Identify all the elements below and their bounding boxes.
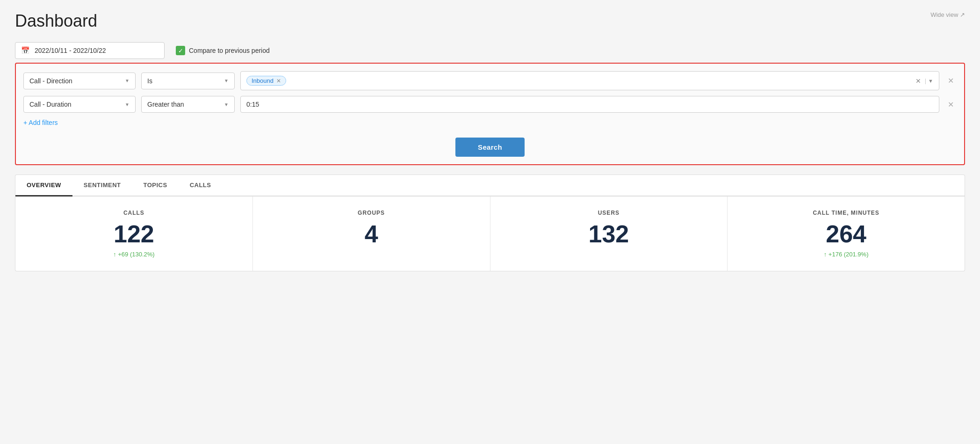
filter-value-2-text: 0:15 [246,101,259,108]
compare-check-icon: ✓ [176,46,185,55]
add-filters-link[interactable]: + Add filters [23,119,58,126]
search-button[interactable]: Search [455,138,525,157]
tab-topics[interactable]: TOPICS [132,175,178,197]
stat-calltime-change: ↑ +176 (201.9%) [739,251,953,258]
stat-calltime-value: 264 [739,222,953,246]
page-header: Dashboard Wide view ↗ [15,11,965,31]
filter-type-1-text: Call - Direction [29,77,122,85]
stat-groups-label: GROUPS [264,210,479,216]
date-range-value: 2022/10/11 - 2022/10/22 [35,47,106,54]
filter-value-col-2: 0:15 [240,96,939,113]
inbound-tag-close[interactable]: ✕ [276,78,281,84]
search-button-row: Search [23,138,957,157]
wide-view-link[interactable]: Wide view ↗ [930,11,965,18]
compare-toggle[interactable]: ✓ Compare to previous period [176,46,270,55]
stat-card-calltime: CALL TIME, MINUTES 264 ↑ +176 (201.9%) [728,197,965,271]
calendar-icon: 📅 [21,46,30,55]
filter-operator-2-text: Greater than [147,101,221,108]
filter-value-1-row: Inbound ✕ [246,76,286,86]
filter-row-2: Call - Duration ▼ Greater than ▼ 0:15 ✕ [23,96,957,113]
filter-row-1: Call - Direction ▼ Is ▼ Inbound ✕ ✕ [23,71,957,90]
page-container: Dashboard Wide view ↗ 📅 2022/10/11 - 202… [0,0,980,283]
inbound-tag-text: Inbound [252,77,274,84]
stat-users-value: 132 [502,222,716,246]
filter-type-2-arrow: ▼ [125,102,130,107]
inbound-tag: Inbound ✕ [246,76,286,86]
filter-1-clear-btn[interactable]: ✕ [914,77,923,85]
tabs-bar: OVERVIEW SENTIMENT TOPICS CALLS [15,175,965,197]
filter-operator-1-arrow: ▼ [224,78,229,83]
compare-label: Compare to previous period [189,47,270,54]
filter-value-col-1: Inbound ✕ ✕ | ▼ [240,71,939,90]
stat-card-groups: GROUPS 4 [253,197,490,271]
tab-overview[interactable]: OVERVIEW [15,175,72,197]
tab-sentiment[interactable]: SENTIMENT [72,175,132,197]
filter-operator-1-text: Is [147,77,221,85]
filter-operator-2-arrow: ▼ [224,102,229,107]
filter-row-1-remove[interactable]: ✕ [945,73,957,88]
filter-box: Call - Direction ▼ Is ▼ Inbound ✕ ✕ [15,63,965,165]
page-title: Dashboard [15,11,97,31]
stat-card-calls: CALLS 122 ↑ +69 (130.2%) [15,197,253,271]
filter-value-1-input[interactable]: Inbound ✕ ✕ | ▼ [240,71,939,90]
filter-1-dropdown-arrow[interactable]: ▼ [928,78,933,84]
filter-type-1[interactable]: Call - Direction ▼ [23,73,136,89]
filter-operator-1[interactable]: Is ▼ [141,73,235,89]
filter-value-2-input[interactable]: 0:15 [240,96,939,113]
stat-groups-value: 4 [264,222,479,246]
date-picker[interactable]: 📅 2022/10/11 - 2022/10/22 [15,42,165,59]
stat-calls-value: 122 [27,222,241,246]
stat-calls-label: CALLS [27,210,241,216]
tab-calls[interactable]: CALLS [179,175,223,197]
stat-calltime-label: CALL TIME, MINUTES [739,210,953,216]
top-bar: 📅 2022/10/11 - 2022/10/22 ✓ Compare to p… [15,42,965,59]
filter-type-1-arrow: ▼ [125,78,130,83]
stat-users-label: USERS [502,210,716,216]
stat-calls-change: ↑ +69 (130.2%) [27,251,241,258]
stats-section: CALLS 122 ↑ +69 (130.2%) GROUPS 4 USERS … [15,197,965,271]
filter-row-2-remove[interactable]: ✕ [945,97,957,112]
filter-1-divider: | [925,77,926,84]
stat-card-users: USERS 132 [490,197,728,271]
filter-type-2[interactable]: Call - Duration ▼ [23,96,136,113]
filter-operator-2[interactable]: Greater than ▼ [141,96,235,113]
filter-type-2-text: Call - Duration [29,101,122,108]
